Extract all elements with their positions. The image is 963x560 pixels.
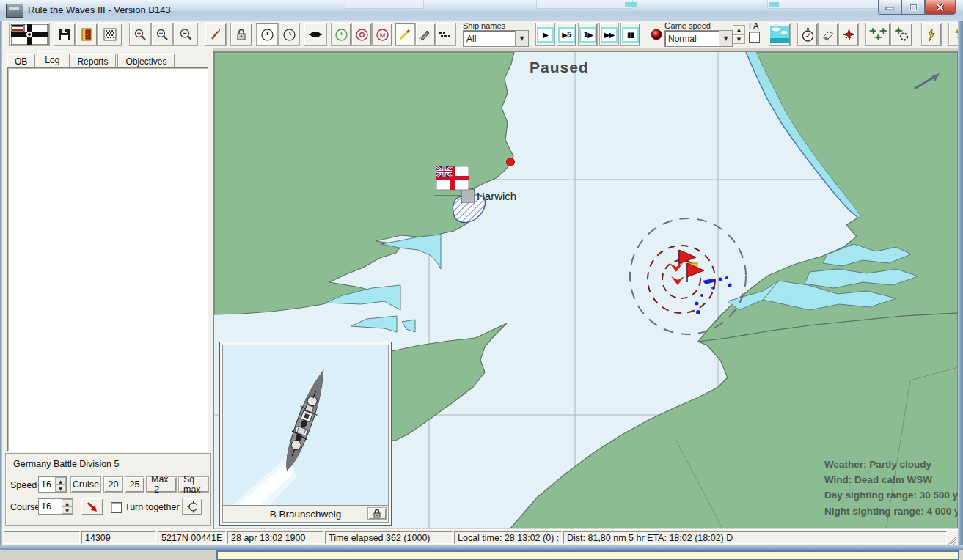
speed-20-button[interactable]: 20	[103, 476, 123, 493]
night-sighting-line: Night sighting range: 4 000 yds	[824, 506, 958, 517]
course-arrow-button[interactable]	[81, 498, 103, 515]
lock-view-button[interactable]	[230, 23, 252, 46]
exit-button[interactable]	[76, 23, 98, 46]
save-button[interactable]	[54, 23, 76, 46]
lightning-button[interactable]	[921, 23, 942, 46]
air-group-button[interactable]	[865, 23, 890, 46]
red-target-circle-icon	[355, 28, 369, 42]
speed-cruise-button[interactable]: Cruise	[70, 476, 101, 493]
dither-pattern-button[interactable]	[98, 23, 122, 46]
svg-text:M: M	[379, 31, 385, 38]
pencil-line-icon	[398, 28, 411, 41]
minimize-button[interactable]	[878, 0, 901, 15]
lock-icon	[235, 28, 248, 41]
speed-max2-button[interactable]: Max -2	[146, 476, 177, 493]
course-down-button[interactable]: ▼	[62, 506, 73, 514]
maximize-button[interactable]	[901, 0, 925, 15]
course-arrow-icon	[86, 501, 98, 513]
course-up-button[interactable]: ▲	[62, 499, 73, 506]
play-5-button[interactable]: ▶5	[557, 23, 576, 46]
speed-25-button[interactable]: 25	[125, 476, 144, 493]
zoom-in-icon	[133, 28, 147, 41]
weather-view-button[interactable]	[769, 23, 791, 46]
app-icon	[6, 4, 23, 18]
wind-line: Wind: Dead calm WSW	[824, 474, 932, 485]
formation-button[interactable]	[182, 498, 202, 515]
spin-down-button[interactable]: ▼	[733, 34, 745, 44]
tab-ob[interactable]: OB	[7, 54, 35, 67]
green-circle-button[interactable]	[331, 23, 351, 46]
status-date: 28 apr 13:02 1900	[227, 531, 323, 544]
red-m-circle-icon: M	[376, 28, 389, 42]
air-ops-button[interactable]	[890, 23, 912, 46]
ship-caption-bar: B Braunschweig	[223, 505, 388, 522]
ship-inset-view[interactable]	[223, 345, 388, 505]
range-circle-tilted-button[interactable]	[278, 23, 300, 46]
division-title: Germany Battle Division 5	[13, 459, 120, 469]
speed-up-button[interactable]: ▲	[55, 477, 66, 485]
green-circle-icon	[334, 28, 348, 42]
zoom-far-button[interactable]	[173, 23, 198, 46]
course-spinbox[interactable]: 16 ▲▼	[38, 498, 73, 515]
ship-names-group: Ship names All ▼	[463, 22, 529, 47]
port-label: Harwich	[477, 190, 516, 202]
turn-together-label: Turn together	[125, 502, 180, 512]
eraser-button[interactable]	[818, 23, 838, 46]
zoom-in-button[interactable]	[129, 23, 151, 46]
fa-checkbox[interactable]	[749, 32, 760, 43]
chronometer-icon	[801, 28, 815, 42]
brush-button[interactable]	[205, 23, 227, 46]
speed-sqmax-button[interactable]: Sq max	[178, 476, 209, 493]
window-border-bottom	[0, 545, 963, 550]
pen-button[interactable]	[415, 23, 436, 46]
red-target-circle-button[interactable]	[351, 23, 372, 46]
dropdown-arrow-icon[interactable]: ▼	[719, 31, 732, 46]
turn-together-checkbox[interactable]	[111, 502, 122, 513]
status-coords: 5217N 00441E	[158, 531, 226, 544]
game-speed-select[interactable]: Normal ▼	[664, 30, 733, 47]
air-ops-icon	[893, 26, 910, 43]
white-ensign-flag	[436, 166, 469, 190]
play-icon: ▶	[537, 27, 554, 43]
tab-objectives[interactable]: Objectives	[117, 54, 175, 67]
play-button[interactable]: ▶	[535, 23, 555, 46]
red-m-circle-button[interactable]: M	[372, 23, 392, 46]
dropdown-arrow-icon[interactable]: ▼	[515, 31, 528, 46]
pause-button[interactable]: ▮▮	[620, 23, 640, 46]
ship-names-value: All	[464, 34, 515, 44]
weather-view-icon	[770, 26, 789, 43]
speed-down-button[interactable]: ▼	[55, 485, 66, 492]
range-circle-tilted-icon	[282, 28, 296, 42]
chronometer-button[interactable]	[797, 23, 818, 46]
log-list[interactable]	[7, 67, 208, 452]
game-window: Rule the Waves III - Version B143	[0, 0, 963, 550]
status-bar: 14309 5217N 00441E 28 apr 13:02 1900 Tim…	[2, 529, 958, 546]
pen-icon	[419, 28, 432, 41]
air-group-icon	[868, 26, 887, 43]
spin-up-button[interactable]: ▲	[733, 25, 745, 34]
dashes-button[interactable]	[436, 23, 456, 46]
play-1-button[interactable]: 1▶	[578, 23, 598, 46]
dither-pattern-icon	[103, 28, 117, 41]
inset-lock-button[interactable]	[367, 507, 387, 520]
ship-ellipse-button[interactable]	[304, 23, 327, 46]
speed-spinbox[interactable]: 16 ▲▼	[38, 476, 67, 493]
eraser-icon	[821, 28, 835, 42]
play-5-icon: ▶5	[558, 27, 575, 43]
air-strike-button[interactable]	[838, 23, 859, 46]
window-border-left	[0, 21, 2, 550]
pencil-line-button[interactable]	[395, 23, 415, 46]
close-button[interactable]	[925, 0, 956, 15]
fast-forward-button[interactable]: ▶▶	[599, 23, 619, 46]
german-ensign-button[interactable]	[9, 23, 50, 46]
range-circle-button[interactable]	[256, 23, 278, 46]
resize-grip[interactable]	[948, 536, 956, 545]
tab-log[interactable]: Log	[37, 51, 67, 67]
ship-names-select[interactable]: All ▼	[463, 30, 529, 47]
close-icon	[936, 4, 945, 11]
title-bar[interactable]: Rule the Waves III - Version B143	[0, 0, 963, 21]
port-marker[interactable]	[461, 189, 475, 202]
speed-led-icon	[651, 29, 662, 40]
zoom-out-button[interactable]	[151, 23, 173, 46]
tab-reports[interactable]: Reports	[69, 54, 116, 67]
